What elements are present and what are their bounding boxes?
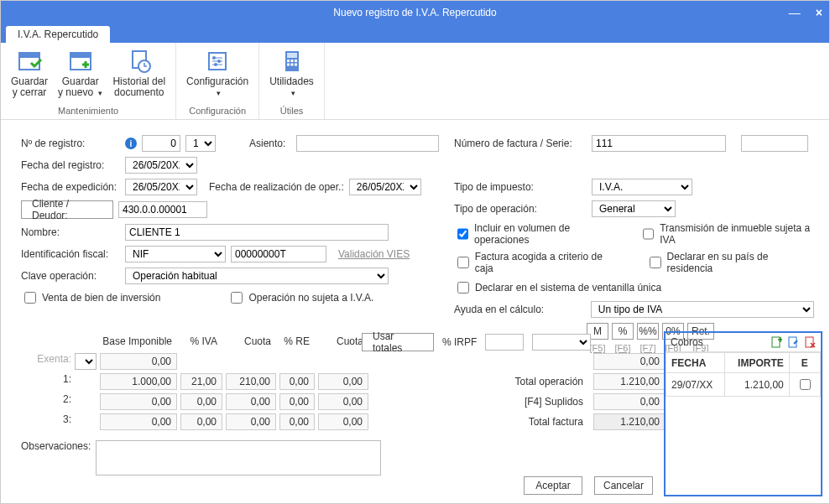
row1-piva[interactable]: 21,00 [180, 373, 222, 390]
label-foper: Fecha de realización de oper.: [209, 181, 344, 193]
row1-pre[interactable]: 0,00 [279, 373, 315, 390]
nfactura-input[interactable] [592, 135, 726, 152]
exenta-select[interactable] [75, 353, 97, 370]
label-timpuesto: Tipo de impuesto: [454, 181, 587, 193]
label-irpf: % IRPF [442, 336, 477, 348]
observaciones-textarea[interactable] [96, 440, 381, 475]
svg-point-12 [214, 63, 217, 66]
label-nreg: Nº de registro: [21, 138, 120, 149]
row3-pre[interactable]: 0,00 [279, 413, 315, 430]
cobros-table: FECHA IMPORTE E 29/07/XX 1.210,00 [666, 352, 821, 397]
svg-point-11 [217, 60, 221, 63]
label-total-factura: Total factura [479, 413, 588, 430]
usar-totales-button[interactable]: Usar totales [362, 333, 434, 351]
row3-base[interactable]: 0,00 [100, 413, 177, 430]
row2-base[interactable]: 0,00 [100, 393, 177, 410]
row-exenta-base[interactable]: 0,00 [100, 353, 177, 370]
row-exenta-label: Exenta: [21, 353, 71, 370]
foper-select[interactable]: 26/05/20XX [349, 179, 421, 195]
idtipo-select[interactable]: NIF [125, 246, 226, 262]
calculator-icon [279, 48, 305, 75]
row1-base[interactable]: 1.000,00 [100, 373, 177, 390]
svg-rect-1 [19, 53, 39, 58]
row2-piva[interactable]: 0,00 [180, 393, 222, 410]
incluir-vol-checkbox[interactable]: Incluir en volumen de operaciones [454, 222, 614, 246]
cobros-row[interactable]: 29/07/XX 1.210,00 [666, 373, 821, 397]
doc-history-button[interactable]: Historial del documento [107, 44, 170, 101]
config-button[interactable]: Configuración [181, 44, 253, 101]
ayuda-select[interactable]: Un tipo de IVA [591, 301, 814, 318]
label-fexp: Fecha de expedición: [21, 181, 120, 193]
row3-label: 3: [21, 413, 71, 430]
cliente-input[interactable] [118, 201, 207, 218]
nfactura-serie-input[interactable] [741, 135, 808, 152]
label-observaciones: Observaciones: [21, 440, 91, 452]
cobros-edit-icon[interactable] [787, 336, 799, 348]
row2-label: 2: [21, 393, 71, 410]
save-close-button[interactable]: Guardar y cerrar [6, 44, 53, 101]
ribbon-group-utiles: Útiles [264, 104, 319, 117]
svg-rect-15 [287, 60, 290, 62]
svg-rect-14 [287, 53, 297, 58]
ribbon-tabs: I.V.A. Repercutido [1, 24, 829, 43]
svg-point-10 [212, 56, 216, 60]
timpuesto-select[interactable]: I.V.A. [592, 179, 692, 195]
ribbon-group-mantenimiento: Mantenimiento [6, 104, 170, 117]
window-titlebar: Nuevo registro de I.V.A. Repercutido — × [1, 1, 829, 24]
irpf-input[interactable] [485, 334, 524, 351]
label-claveop: Clave operación: [21, 270, 120, 282]
config-icon [204, 48, 231, 75]
suplidos-val[interactable]: 0,00 [593, 393, 666, 410]
row3-cuota[interactable]: 0,00 [226, 413, 276, 430]
cliente-button[interactable]: Cliente / Deudor: [21, 200, 113, 219]
asiento-input [296, 135, 439, 152]
cobros-row-e-checkbox[interactable] [800, 379, 811, 390]
fexp-select[interactable]: 26/05/20XX [125, 179, 197, 195]
row2-cuota[interactable]: 0,00 [226, 393, 276, 410]
nreg-serie-select[interactable]: 1 [185, 135, 216, 152]
idnum-input[interactable] [231, 246, 326, 262]
svg-rect-19 [290, 64, 293, 66]
aceptar-button[interactable]: Aceptar [524, 476, 582, 495]
row2-pre[interactable]: 0,00 [279, 393, 315, 410]
row3-piva[interactable]: 0,00 [180, 413, 222, 430]
caja-checkbox[interactable]: Factura acogida a criterio de caja [454, 251, 621, 274]
calc-pct-button[interactable]: % [612, 323, 634, 340]
row3-cre[interactable]: 0,00 [318, 413, 368, 430]
ribbon-group-configuracion: Configuración [181, 104, 253, 117]
declarar-pais-checkbox[interactable]: Declarar en su país de residencia [646, 251, 814, 274]
info-icon[interactable]: i [125, 138, 137, 149]
label-asiento: Asiento: [249, 138, 291, 149]
row1-label: 1: [21, 373, 71, 390]
nombre-input[interactable] [125, 224, 389, 241]
hdr-pre: % RE [279, 333, 315, 350]
claveop-select[interactable]: Operación habitual [125, 268, 389, 284]
venta-bien-checkbox[interactable]: Venta de bien de inversión [21, 289, 160, 306]
op-no-iva-checkbox[interactable]: Operación no sujeta a I.V.A. [227, 289, 373, 306]
cancelar-button[interactable]: Cancelar [594, 476, 653, 495]
calc-pctpct-button[interactable]: %% [637, 323, 659, 340]
nreg-input[interactable] [142, 135, 180, 152]
minimize-icon[interactable]: — [789, 6, 801, 19]
close-icon[interactable]: × [816, 6, 822, 19]
save-new-button[interactable]: Guardar y nuevo [53, 44, 107, 101]
utilities-button[interactable]: Utilidades [264, 44, 319, 101]
ventanilla-checkbox[interactable]: Declarar en el sistema de ventanilla úni… [454, 279, 661, 296]
cobros-add-icon[interactable] [770, 336, 782, 348]
label-freg: Fecha del registro: [21, 159, 120, 171]
tab-iva-repercutido[interactable]: I.V.A. Repercutido [6, 26, 110, 43]
svg-rect-16 [290, 60, 293, 62]
row2-cre[interactable]: 0,00 [318, 393, 368, 410]
save-new-icon [67, 48, 94, 75]
cobros-delete-icon[interactable] [804, 336, 816, 348]
trans-inm-checkbox[interactable]: Transmisión de inmueble sujeta a IVA [639, 222, 814, 246]
row1-cre[interactable]: 0,00 [318, 373, 368, 390]
svg-rect-17 [295, 60, 297, 62]
row1-cuota[interactable]: 210,00 [226, 373, 276, 390]
irpf-cuenta-select[interactable] [532, 334, 591, 351]
toper-select[interactable]: General [592, 200, 676, 217]
save-close-icon [16, 48, 43, 75]
freg-select[interactable]: 26/05/20XX [125, 157, 197, 174]
vies-link[interactable]: Validación VIES [338, 248, 410, 260]
label-toper: Tipo de operación: [454, 203, 587, 215]
